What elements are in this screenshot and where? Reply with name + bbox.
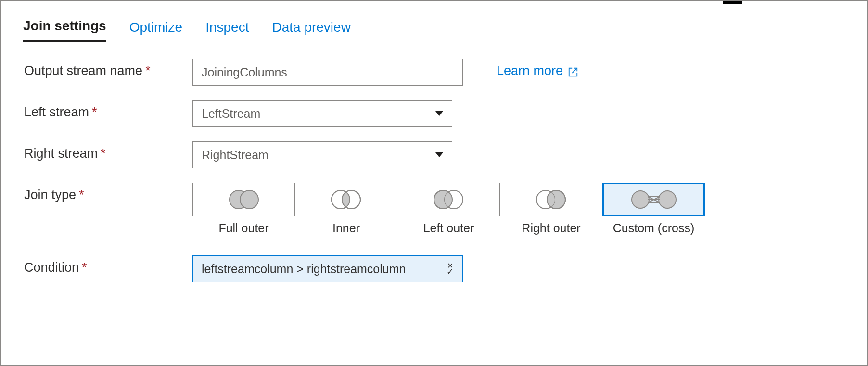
confirm-icon[interactable]: ✓: [447, 269, 454, 275]
condition-actions: ✕ ✓: [447, 263, 454, 275]
row-condition: Condition* leftstreamcolumn > rightstrea…: [24, 255, 867, 282]
custom-cross-icon: [630, 189, 678, 210]
row-left-stream: Left stream* LeftStream: [24, 100, 867, 127]
join-type-right-outer-label: Right outer: [500, 221, 602, 235]
row-right-stream: Right stream* RightStream: [24, 141, 867, 168]
join-type-inner[interactable]: Inner: [295, 183, 397, 235]
svg-point-19: [659, 191, 676, 208]
required-asterisk: *: [101, 146, 106, 161]
chevron-down-icon: [435, 111, 443, 116]
row-join-type: Join type* Full outer: [24, 183, 867, 235]
inner-icon: [327, 189, 365, 210]
join-settings-panel: Join settings Optimize Inspect Data prev…: [0, 0, 868, 366]
join-type-left-outer[interactable]: Left outer: [397, 183, 500, 235]
tab-join-settings[interactable]: Join settings: [23, 18, 106, 42]
join-type-inner-label: Inner: [295, 221, 397, 235]
svg-point-1: [240, 190, 258, 209]
tab-optimize[interactable]: Optimize: [129, 20, 182, 42]
label-condition: Condition*: [24, 255, 192, 275]
join-type-full-outer-label: Full outer: [192, 221, 295, 235]
svg-point-18: [632, 191, 649, 208]
label-join-type: Join type*: [24, 183, 192, 202]
label-left-stream: Left stream*: [24, 100, 192, 120]
required-asterisk: *: [145, 63, 151, 78]
output-stream-name-input[interactable]: [192, 59, 463, 86]
join-type-left-outer-label: Left outer: [397, 221, 500, 235]
chevron-down-icon: [435, 152, 443, 157]
form-body: Output stream name* Learn more Left stre…: [1, 42, 867, 282]
join-type-full-outer[interactable]: Full outer: [192, 183, 295, 235]
tab-bar: Join settings Optimize Inspect Data prev…: [1, 1, 867, 42]
row-output-stream-name: Output stream name* Learn more: [24, 59, 867, 86]
tab-inspect[interactable]: Inspect: [205, 20, 249, 42]
condition-input[interactable]: leftstreamcolumn > rightstreamcolumn ✕ ✓: [192, 255, 463, 282]
right-stream-value: RightStream: [202, 148, 268, 162]
full-outer-icon: [225, 189, 263, 210]
left-stream-value: LeftStream: [202, 107, 260, 121]
required-asterisk: *: [82, 260, 87, 275]
condition-value: leftstreamcolumn > rightstreamcolumn: [202, 262, 406, 276]
label-output-stream-name: Output stream name*: [24, 59, 192, 78]
right-stream-select[interactable]: RightStream: [192, 141, 452, 168]
join-type-custom-cross[interactable]: Custom (cross): [602, 183, 705, 235]
label-right-stream: Right stream*: [24, 141, 192, 161]
external-link-icon: [568, 66, 578, 76]
required-asterisk: *: [92, 105, 97, 119]
join-type-custom-cross-label: Custom (cross): [602, 221, 705, 235]
tab-data-preview[interactable]: Data preview: [272, 20, 350, 42]
window-handle: [723, 1, 742, 4]
required-asterisk: *: [79, 188, 84, 202]
join-type-options: Full outer Inner: [192, 183, 705, 235]
join-type-right-outer[interactable]: Right outer: [500, 183, 602, 235]
left-stream-select[interactable]: LeftStream: [192, 100, 452, 127]
right-outer-icon: [532, 189, 570, 210]
learn-more-link[interactable]: Learn more: [497, 59, 578, 78]
left-outer-icon: [430, 189, 467, 210]
